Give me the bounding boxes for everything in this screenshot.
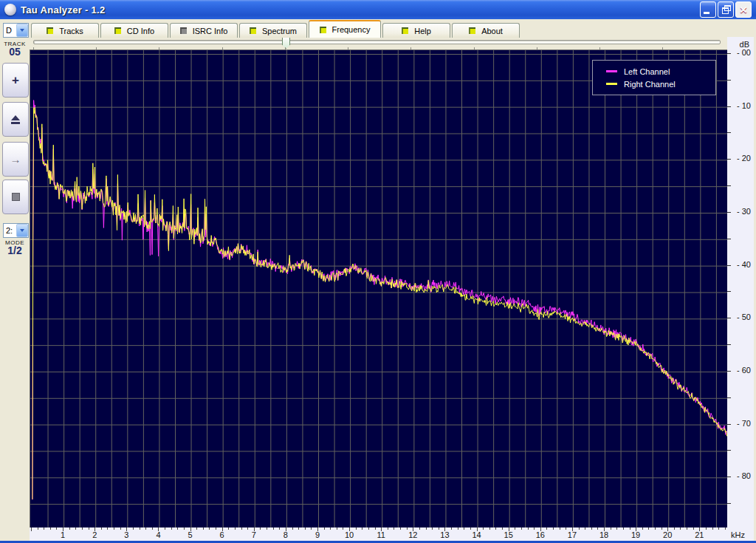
add-button[interactable]: +: [2, 63, 29, 98]
tab-flag-icon: [320, 27, 326, 33]
khz-tick: [591, 527, 592, 530]
khz-tick: [432, 527, 433, 530]
khz-tick-label: 12: [408, 530, 417, 539]
khz-tick: [260, 527, 261, 530]
legend-label: Left Channel: [624, 67, 670, 76]
khz-tick: [451, 527, 452, 530]
khz-tick: [107, 527, 108, 530]
tab-cd-info[interactable]: CD Info: [100, 23, 168, 38]
khz-tick: [693, 527, 694, 530]
khz-tick-label: 9: [315, 530, 320, 539]
khz-tick: [235, 527, 236, 530]
khz-tick-label: 13: [440, 530, 449, 539]
position-slider[interactable]: [30, 37, 726, 49]
db-tick: [727, 424, 731, 425]
tab-spectrum[interactable]: Spectrum: [239, 23, 307, 38]
khz-tick-label: 15: [504, 530, 513, 539]
khz-tick: [140, 527, 140, 530]
khz-tick: [560, 527, 560, 530]
khz-tick: [546, 527, 547, 530]
mode-selector[interactable]: 2:: [3, 223, 29, 238]
maximize-button[interactable]: [718, 1, 734, 18]
khz-tick: [69, 527, 70, 530]
khz-tick: [553, 527, 554, 530]
db-tick: [727, 159, 731, 160]
db-tick-label: - 10: [737, 101, 751, 110]
tab-label: Help: [414, 27, 431, 35]
khz-tick: [725, 527, 726, 530]
khz-tick: [502, 527, 503, 530]
khz-tick: [50, 527, 51, 530]
tab-flag-icon: [250, 27, 256, 34]
tab-label: Tracks: [59, 27, 83, 35]
khz-tick-label: 16: [536, 530, 545, 539]
window-controls: ✕: [700, 1, 752, 18]
khz-tick: [31, 527, 32, 531]
khz-tick: [407, 527, 408, 530]
close-button[interactable]: ✕: [735, 1, 752, 18]
slider-thumb[interactable]: [282, 37, 290, 49]
khz-tick: [184, 527, 185, 530]
db-tick: [727, 318, 731, 318]
khz-tick: [470, 527, 471, 530]
chevron-down-icon[interactable]: [16, 224, 28, 237]
eject-button[interactable]: [2, 102, 29, 137]
khz-tick: [75, 527, 76, 530]
db-axis: dB - 00- 10- 20- 30- 40- 50- 60- 70- 80: [727, 37, 754, 527]
mode-selector-value: 2:: [4, 226, 16, 235]
khz-tick: [165, 527, 165, 530]
db-tick: [727, 239, 731, 239]
stop-button[interactable]: [2, 180, 29, 214]
khz-tick: [247, 527, 248, 530]
khz-tick: [419, 527, 420, 530]
minimize-button[interactable]: [700, 1, 716, 18]
track-selector-value: D: [4, 26, 16, 35]
db-tick: [727, 132, 731, 133]
khz-tick: [662, 527, 662, 530]
bottom-left-corner: [0, 527, 30, 541]
right-arrow-icon: →: [10, 154, 21, 165]
db-tick: [727, 185, 731, 186]
tab-isrc-info[interactable]: ISRC Info: [170, 23, 238, 38]
khz-tick: [687, 527, 687, 530]
khz-tick: [152, 527, 153, 530]
khz-tick: [483, 527, 484, 530]
khz-tick: [630, 527, 630, 530]
chevron-down-icon[interactable]: [16, 24, 28, 37]
maximize-icon: [722, 7, 729, 14]
khz-tick: [368, 527, 369, 530]
spectrum-plot: Left ChannelRight Channel: [30, 49, 727, 528]
tab-about[interactable]: About: [452, 23, 520, 38]
khz-tick: [362, 527, 362, 530]
next-button[interactable]: →: [2, 142, 29, 177]
tab-label: About: [481, 27, 503, 35]
legend-label: Right Channel: [624, 80, 676, 89]
khz-tick: [267, 527, 267, 530]
db-tick-label: - 20: [737, 154, 751, 163]
khz-tick: [521, 527, 522, 530]
tab-flag-icon: [180, 27, 187, 34]
khz-tick: [388, 527, 388, 530]
khz-tick: [579, 527, 580, 530]
khz-tick: [642, 527, 643, 530]
khz-tick: [44, 527, 44, 530]
khz-tick: [101, 527, 102, 530]
legend-item: Left Channel: [606, 67, 715, 76]
khz-tick-label: 8: [284, 530, 288, 539]
khz-tick: [228, 527, 229, 530]
legend-swatch: [606, 83, 617, 85]
window-title: Tau Analyzer - 1.2: [21, 4, 106, 16]
khz-tick: [439, 527, 439, 530]
khz-tick: [489, 527, 490, 530]
tab-frequency[interactable]: Frequency: [309, 20, 381, 38]
khz-tick: [273, 527, 274, 530]
track-selector[interactable]: D: [3, 23, 29, 38]
khz-tick: [674, 527, 675, 530]
tab-help[interactable]: Help: [382, 23, 450, 38]
tab-flag-icon: [47, 27, 53, 34]
khz-tick: [616, 527, 617, 530]
khz-tick-label: 7: [252, 530, 256, 539]
eject-icon: [11, 115, 20, 124]
slider-track[interactable]: [33, 40, 721, 44]
tab-tracks[interactable]: Tracks: [31, 23, 99, 38]
